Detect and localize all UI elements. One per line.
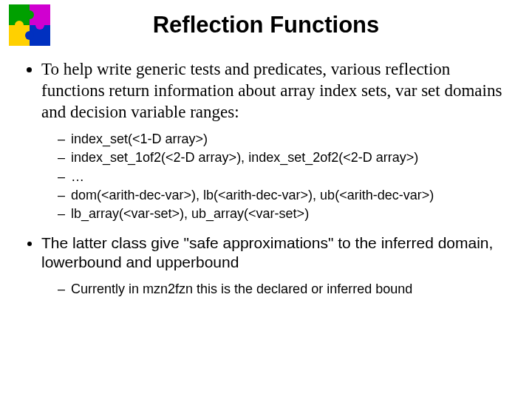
sub-bullet: index_set_1of2(<2-D array>), index_set_2… [58,149,510,167]
sub-bullet: index_set(<1-D array>) [58,130,510,149]
puzzle-logo [9,4,50,46]
slide-title: Reflection Functions [0,0,532,59]
sub-bullet: … [58,168,510,186]
svg-point-5 [35,21,44,30]
svg-point-4 [25,10,34,19]
bullet-intro: To help write generic tests and predicat… [41,59,510,123]
bullet-latter: The latter class give "safe approximatio… [41,233,510,273]
svg-point-7 [15,21,24,30]
sub-bullet: Currently in mzn2fzn this is the declare… [58,280,510,299]
sub-bullet: dom(<arith-dec-var>), lb(<arith-dec-var>… [58,186,510,205]
sub-bullet: lb_array(<var-set>), ub_array(<var-set>) [58,205,510,223]
slide-body: To help write generic tests and predicat… [0,59,532,299]
svg-point-6 [25,31,34,40]
